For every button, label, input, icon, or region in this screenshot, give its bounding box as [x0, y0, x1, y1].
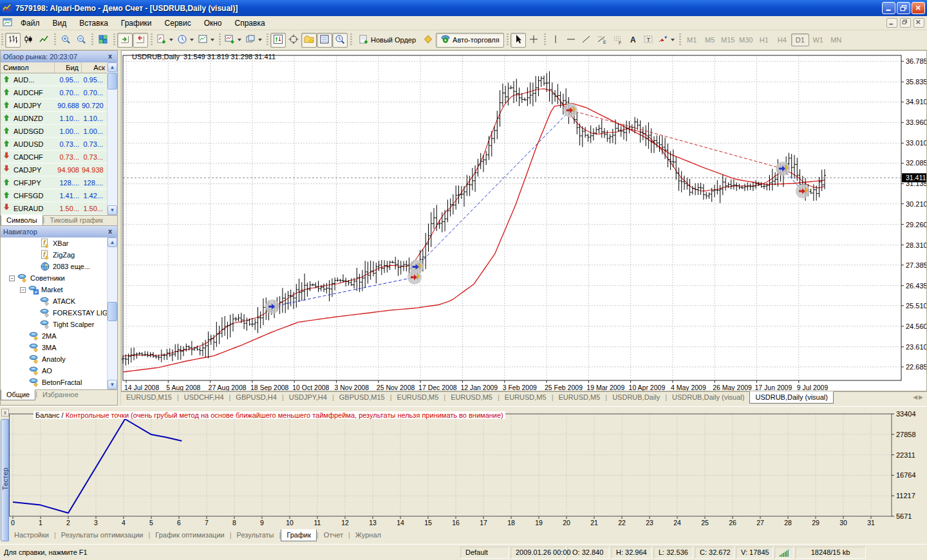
chart-tab-7[interactable]: EURUSD,M5: [500, 392, 552, 403]
chevron-down-icon[interactable]: [211, 39, 214, 41]
timeframe-button-W1[interactable]: W1: [809, 33, 827, 46]
timeframe-button-M1[interactable]: M1: [683, 33, 701, 46]
toolbar-button-autotrade-icon[interactable]: Авто-торговля: [436, 33, 504, 48]
market-watch-close-icon[interactable]: x: [106, 53, 115, 61]
market-watch-tab-Тиковый график[interactable]: Тиковый график: [44, 216, 108, 225]
vline-icon[interactable]: [548, 33, 563, 48]
new-chart-icon[interactable]: [223, 33, 243, 48]
market-row-AUDUSD[interactable]: AUDUSD0.73...0.73...: [1, 138, 117, 151]
market-row-CHFSGD[interactable]: CHFSGD1.41...1.42...: [1, 189, 117, 202]
navigator-close-icon[interactable]: x: [106, 228, 115, 236]
chart-tab-10[interactable]: USDRUB,Daily (visual): [667, 392, 749, 403]
restore-button[interactable]: [897, 2, 910, 14]
scroll-down-icon[interactable]: ▼: [108, 380, 117, 389]
toolbar-button-new-order-icon[interactable]: Новый Ордер: [354, 33, 420, 48]
navigator-tab-Общие[interactable]: Общие: [1, 389, 35, 400]
zoom-out-icon[interactable]: [73, 33, 89, 48]
tester-side-tab[interactable]: Тестер: [1, 419, 9, 541]
chart-shift-icon[interactable]: [133, 33, 148, 48]
column-header-Символ[interactable]: Символ: [1, 62, 55, 73]
chart-window[interactable]: 14 Jul 20085 Aug 200827 Aug 200818 Sep 2…: [121, 50, 927, 391]
label-icon[interactable]: T: [641, 33, 656, 48]
periods-icon[interactable]: [175, 33, 196, 48]
market-row-AUDNZD[interactable]: AUDNZD1.10...1.10...: [1, 112, 117, 125]
tester-tab-График-оптимизации[interactable]: График оптимизации: [150, 530, 229, 541]
menu-item-Окно[interactable]: Окно: [198, 17, 229, 30]
tree-item-2083-------[interactable]: 2083 еще...: [1, 261, 117, 272]
market-watch-scrollbar[interactable]: ▲ ▼: [107, 62, 117, 215]
column-header-Бид[interactable]: Бид: [55, 62, 82, 73]
chart-tab-5[interactable]: EURUSD,M5: [392, 392, 444, 403]
terminal-icon[interactable]: [317, 33, 332, 48]
market-row-CADJPY[interactable]: CADJPY94.90894.938: [1, 163, 117, 176]
text-icon[interactable]: A: [625, 33, 641, 48]
chart-tab-0[interactable]: EURUSD,M15: [121, 392, 177, 403]
menu-item-Вставка[interactable]: Вставка: [73, 17, 115, 30]
balance-chart[interactable]: 0123456789101112131415161718192021222324…: [9, 407, 927, 530]
market-row-CHFJPY[interactable]: CHFJPY128....128....: [1, 176, 117, 189]
scroll-thumb[interactable]: [108, 302, 117, 321]
chart-tab-4[interactable]: GBPUSD,M15: [334, 392, 390, 403]
chevron-down-icon[interactable]: [671, 39, 675, 41]
timeframe-button-D1[interactable]: D1: [791, 33, 809, 46]
tester-tab-Отчет[interactable]: Отчет: [319, 530, 348, 541]
chart-tab-1[interactable]: USDCHF,H4: [179, 392, 229, 403]
tester-tab-Настройки[interactable]: Настройки: [9, 530, 54, 541]
close-button[interactable]: [912, 2, 925, 14]
tab-scroll-left-icon[interactable]: ◀: [913, 394, 917, 400]
tree-item-Market[interactable]: −Market: [1, 284, 117, 295]
market-watch-tab-Символы[interactable]: Символы: [1, 215, 43, 226]
bar-chart-icon[interactable]: [5, 33, 21, 48]
profiles-icon[interactable]: [243, 33, 264, 48]
minimize-button[interactable]: [882, 2, 895, 14]
tester-close-icon[interactable]: x: [1, 409, 9, 416]
auto-scroll-icon[interactable]: [117, 33, 133, 48]
price-chart[interactable]: 14 Jul 20085 Aug 200827 Aug 200818 Sep 2…: [122, 51, 926, 391]
column-header-Аск[interactable]: Аск: [82, 62, 108, 73]
tile-windows-icon[interactable]: [95, 33, 111, 48]
chevron-down-icon[interactable]: [238, 39, 241, 41]
chart-tab-2[interactable]: GBPUSD,H4: [230, 392, 282, 403]
scroll-up-icon[interactable]: ▲: [108, 238, 117, 247]
scroll-up-icon[interactable]: ▲: [108, 62, 117, 72]
tester-tab-График[interactable]: График: [281, 529, 317, 541]
tree-item-AO[interactable]: AO: [1, 365, 117, 377]
tab-scroll-right-icon[interactable]: ▶: [919, 394, 923, 400]
crosshair-target-icon[interactable]: [286, 33, 301, 48]
navigator-header[interactable]: Навигатор x: [1, 226, 117, 238]
mdi-minimize-button[interactable]: [886, 18, 897, 28]
tree-item-FOREXSTAY-LIG[interactable]: FOREXSTAY LIG: [1, 307, 117, 319]
tester-icon[interactable]: [332, 33, 348, 48]
crosshair-icon[interactable]: [526, 33, 541, 48]
menu-item-Графики[interactable]: Графики: [115, 17, 158, 30]
menu-item-Вид[interactable]: Вид: [46, 17, 73, 30]
chevron-down-icon[interactable]: [190, 39, 194, 41]
market-row-AUDCHF[interactable]: AUDCHF0.70...0.70...: [1, 86, 117, 99]
chevron-down-icon[interactable]: [169, 39, 173, 41]
tree-item----------[interactable]: −Советники: [1, 272, 117, 284]
tree-item-Tight-Scalper[interactable]: Tight Scalper: [1, 319, 117, 330]
candlestick-icon[interactable]: [21, 33, 36, 48]
tester-tab-Журнал[interactable]: Журнал: [350, 530, 386, 541]
mdi-restore-button[interactable]: [900, 18, 911, 28]
chart-tab-11[interactable]: USDRUB,Daily (visual): [749, 391, 833, 404]
timeframe-button-M30[interactable]: M30: [737, 33, 755, 46]
tree-expander-icon[interactable]: −: [9, 275, 15, 281]
menu-item-Сервис[interactable]: Сервис: [158, 17, 198, 30]
timeframe-button-M15[interactable]: M15: [719, 33, 737, 46]
market-row-CADCHF[interactable]: CADCHF0.73...0.73...: [1, 151, 117, 163]
tester-tab-Результаты[interactable]: Результаты: [232, 530, 279, 541]
favorites-folder-icon[interactable]: [301, 33, 317, 48]
chart-tab-9[interactable]: USDRUB,Daily: [607, 392, 665, 403]
market-row-AUDJPY[interactable]: AUDJPY90.68890.720: [1, 99, 117, 112]
chart-tab-3[interactable]: USDJPY,H4: [284, 392, 332, 403]
chevron-down-icon[interactable]: [258, 39, 262, 41]
menu-item-Справка[interactable]: Справка: [229, 17, 272, 30]
timeframe-button-H4[interactable]: H4: [773, 33, 791, 46]
tester-tab-Результаты-оптимизации[interactable]: Результаты оптимизации: [56, 530, 149, 541]
tree-expander-icon[interactable]: −: [20, 287, 26, 293]
indicators-icon[interactable]: [154, 33, 175, 48]
timeframe-button-M5[interactable]: M5: [701, 33, 719, 46]
fibo-icon[interactable]: E: [594, 33, 610, 48]
templates-icon[interactable]: [196, 33, 216, 48]
